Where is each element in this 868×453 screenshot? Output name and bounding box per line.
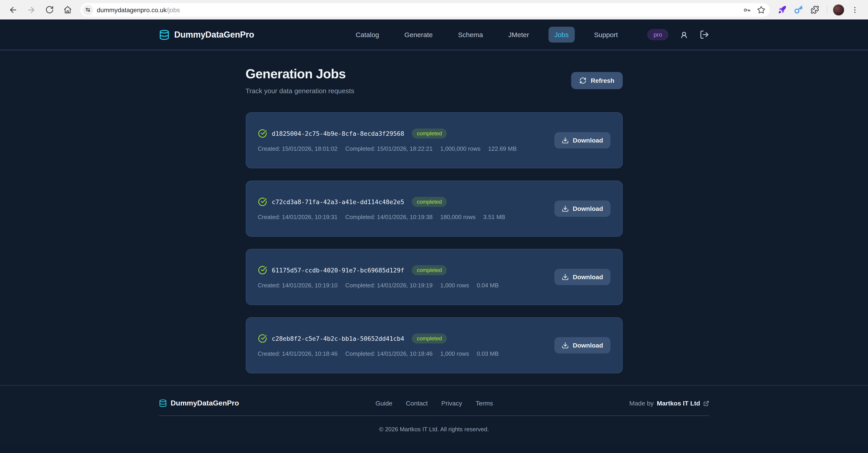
url-text: dummydatagenpro.co.uk/jobs bbox=[97, 6, 180, 13]
job-created: Created: 14/01/2026, 10:19:10 bbox=[258, 282, 338, 289]
job-size: 0.04 MB bbox=[477, 282, 499, 289]
job-completed: Completed: 15/01/2026, 18:22:21 bbox=[345, 145, 433, 152]
download-button[interactable]: Download bbox=[554, 132, 610, 148]
nav-item-schema[interactable]: Schema bbox=[452, 27, 489, 42]
site-header: DummyDataGenPro Catalog Generate Schema … bbox=[0, 20, 868, 50]
job-meta: Created: 14/01/2026, 10:18:46 Completed:… bbox=[258, 350, 499, 357]
extension-key-icon[interactable] bbox=[792, 3, 805, 17]
job-id: c28eb8f2-c5e7-4b2c-bb1a-50652dd41cb4 bbox=[272, 335, 404, 342]
screen: dummydatagenpro.co.uk/jobs bbox=[0, 0, 868, 453]
job-card: c28eb8f2-c5e7-4b2c-bb1a-50652dd41cb4 com… bbox=[246, 317, 622, 373]
extension-rocket-icon[interactable] bbox=[775, 3, 789, 17]
check-circle-icon bbox=[258, 266, 267, 275]
status-badge: completed bbox=[412, 334, 447, 343]
back-arrow-icon bbox=[9, 5, 18, 14]
nav-item-jobs[interactable]: Jobs bbox=[549, 27, 575, 42]
url-path: /jobs bbox=[166, 6, 180, 13]
logout-button[interactable] bbox=[700, 30, 709, 39]
job-rows: 1,000,000 rows bbox=[440, 145, 480, 152]
refresh-button[interactable]: Refresh bbox=[571, 72, 622, 89]
copyright: © 2026 Martkos IT Ltd. All rights reserv… bbox=[159, 426, 709, 445]
url-bar[interactable]: dummydatagenpro.co.uk/jobs bbox=[81, 3, 770, 17]
refresh-icon bbox=[580, 77, 587, 84]
reload-icon bbox=[45, 5, 54, 14]
job-size: 0.03 MB bbox=[477, 350, 499, 357]
download-button[interactable]: Download bbox=[554, 269, 610, 285]
browser-menu-button[interactable] bbox=[847, 2, 863, 18]
job-created: Created: 15/01/2026, 18:01:02 bbox=[258, 145, 338, 152]
job-meta: Created: 14/01/2026, 10:19:10 Completed:… bbox=[258, 282, 499, 289]
home-icon bbox=[63, 5, 72, 14]
job-meta: Created: 14/01/2026, 10:19:31 Completed:… bbox=[258, 214, 505, 220]
job-size: 122.69 MB bbox=[488, 145, 517, 152]
download-icon bbox=[561, 205, 569, 212]
status-badge: completed bbox=[412, 197, 447, 207]
brand-name: DummyDataGenPro bbox=[174, 30, 254, 39]
page-title: Generation Jobs bbox=[246, 66, 354, 82]
web-page: DummyDataGenPro Catalog Generate Schema … bbox=[0, 20, 868, 445]
forward-arrow-icon bbox=[27, 5, 36, 14]
page-subtitle: Track your data generation requests bbox=[246, 87, 354, 95]
site-settings-icon[interactable] bbox=[82, 4, 93, 15]
job-created: Created: 14/01/2026, 10:19:31 bbox=[258, 214, 338, 220]
job-id: c72cd3a8-71fa-42a3-a41e-dd114c48e2e5 bbox=[272, 198, 404, 206]
job-card: c72cd3a8-71fa-42a3-a41e-dd114c48e2e5 com… bbox=[246, 181, 622, 237]
job-rows: 180,000 rows bbox=[440, 214, 476, 220]
made-by-company-link[interactable]: Martkos IT Ltd bbox=[657, 400, 700, 407]
toolbar-separator bbox=[827, 6, 827, 14]
job-rows: 1,000 rows bbox=[440, 282, 469, 289]
page-head: Generation Jobs Track your data generati… bbox=[246, 66, 622, 95]
download-button[interactable]: Download bbox=[554, 201, 610, 217]
download-icon bbox=[561, 273, 569, 280]
job-id: 61175d57-ccdb-4020-91e7-bc69685d129f bbox=[272, 267, 404, 274]
footer-link-privacy[interactable]: Privacy bbox=[441, 400, 462, 407]
header-right: pro bbox=[647, 29, 709, 40]
extensions-puzzle-icon[interactable] bbox=[808, 3, 822, 17]
job-size: 3.51 MB bbox=[483, 214, 505, 220]
plan-badge: pro bbox=[647, 29, 669, 40]
logout-icon bbox=[700, 30, 709, 39]
footer-link-guide[interactable]: Guide bbox=[375, 400, 392, 407]
user-icon bbox=[679, 30, 689, 39]
made-by: Made by Martkos IT Ltd bbox=[629, 400, 709, 407]
brand-logo[interactable]: DummyDataGenPro bbox=[159, 29, 254, 40]
nav-item-jmeter[interactable]: JMeter bbox=[502, 27, 535, 42]
check-circle-icon bbox=[258, 197, 267, 206]
home-button[interactable] bbox=[60, 2, 75, 18]
download-button[interactable]: Download bbox=[554, 337, 610, 354]
browser-toolbar: dummydatagenpro.co.uk/jobs bbox=[0, 0, 868, 20]
check-circle-icon bbox=[258, 129, 267, 138]
job-completed: Completed: 14/01/2026, 10:19:38 bbox=[345, 214, 433, 220]
footer-brand: DummyDataGenPro bbox=[159, 399, 239, 407]
url-host: dummydatagenpro.co.uk bbox=[97, 6, 166, 13]
job-completed: Completed: 14/01/2026, 10:18:46 bbox=[345, 350, 433, 357]
database-icon bbox=[159, 399, 167, 407]
jobs-list: d1825004-2c75-4b9e-8cfa-8ecda3f29568 com… bbox=[246, 112, 622, 373]
site-footer: DummyDataGenPro Guide Contact Privacy Te… bbox=[0, 385, 868, 445]
footer-link-terms[interactable]: Terms bbox=[476, 400, 493, 407]
download-icon bbox=[561, 342, 569, 349]
kebab-menu-icon bbox=[851, 6, 859, 14]
account-button[interactable] bbox=[679, 30, 689, 39]
bookmark-star-icon[interactable] bbox=[757, 6, 765, 14]
back-button[interactable] bbox=[5, 2, 21, 18]
job-created: Created: 14/01/2026, 10:18:46 bbox=[258, 350, 338, 357]
nav-item-support[interactable]: Support bbox=[588, 27, 624, 42]
password-key-icon[interactable] bbox=[743, 6, 751, 13]
job-card: d1825004-2c75-4b9e-8cfa-8ecda3f29568 com… bbox=[246, 112, 622, 168]
job-card: 61175d57-ccdb-4020-91e7-bc69685d129f com… bbox=[246, 249, 622, 305]
database-icon bbox=[159, 29, 170, 40]
download-icon bbox=[561, 137, 569, 144]
footer-brand-name: DummyDataGenPro bbox=[170, 399, 239, 407]
main-nav: Catalog Generate Schema JMeter Jobs Supp… bbox=[350, 27, 624, 42]
profile-avatar[interactable] bbox=[833, 4, 844, 16]
reload-button[interactable] bbox=[42, 2, 57, 18]
external-link-icon bbox=[703, 400, 709, 406]
nav-item-catalog[interactable]: Catalog bbox=[350, 27, 385, 42]
forward-button[interactable] bbox=[24, 2, 39, 18]
job-completed: Completed: 14/01/2026, 10:19:19 bbox=[345, 282, 433, 289]
main-content: Generation Jobs Track your data generati… bbox=[0, 50, 868, 385]
nav-item-generate[interactable]: Generate bbox=[399, 27, 438, 42]
footer-link-contact[interactable]: Contact bbox=[406, 400, 428, 407]
check-circle-icon bbox=[258, 334, 267, 343]
